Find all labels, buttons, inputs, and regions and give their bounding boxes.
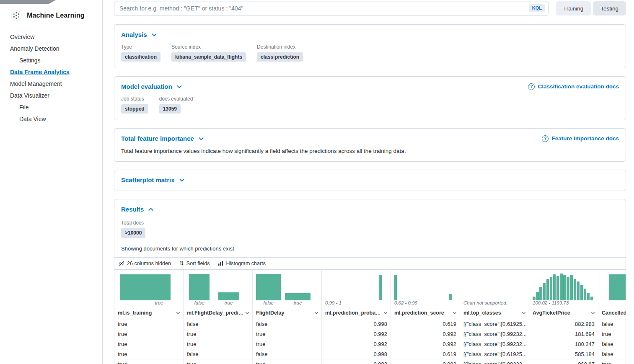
histogram-bar <box>120 274 171 300</box>
histogram-bar <box>553 274 556 300</box>
chevron-down-icon <box>179 177 185 183</box>
sort-fields-button[interactable]: ⇅ Sort fields <box>179 261 210 266</box>
histogram-bar <box>560 274 562 300</box>
panel-title: Total feature importance <box>121 134 194 143</box>
column-menu-ml-prediction-score[interactable]: ml.prediction_score <box>391 307 460 319</box>
cell-flightdelay: true <box>253 329 322 339</box>
model-evaluation-accordion-toggle[interactable]: Model evaluation <box>121 82 183 91</box>
sort-icon: ⇅ <box>179 261 184 266</box>
field-label: Type <box>121 44 160 50</box>
histogram-bar <box>550 277 552 300</box>
histogram-bar <box>189 274 210 300</box>
histogram-labels: true <box>114 300 183 307</box>
search-input[interactable] <box>114 1 549 16</box>
histogram-charts-button[interactable]: Histogram charts <box>218 261 265 266</box>
column-histogram <box>253 273 321 300</box>
column-menu-ml-prediction-probability[interactable]: ml.prediction_probability <box>322 307 391 319</box>
testing-button[interactable]: Testing <box>593 1 626 15</box>
histogram-labels: 0.62 - 0.99 <box>391 300 460 307</box>
cell-ml-flightdelay-prediction: true <box>184 339 253 349</box>
column-header-ml-is-training: trueml.is_training <box>114 270 184 319</box>
results-subtitle: Showing documents for which predictions … <box>121 245 619 252</box>
columns-hidden-button[interactable]: 26 columns hidden <box>119 261 171 266</box>
chevron-down-icon <box>521 310 526 315</box>
window-chrome <box>0 0 56 4</box>
kibana-ml-window: Machine Learning OverviewAnomaly Detecti… <box>0 0 634 364</box>
column-histogram <box>460 273 529 300</box>
histogram-bar <box>543 283 546 300</box>
scatterplot-matrix-accordion-toggle[interactable]: Scatterplot matrix <box>121 176 185 184</box>
histogram-caption: Chart not supported. <box>463 300 527 305</box>
scatterplot-matrix-panel: Scatterplot matrix <box>114 170 626 191</box>
column-menu-ml-is-training[interactable]: ml.is_training <box>114 307 183 319</box>
histogram-bar <box>536 292 538 300</box>
panel-title: Results <box>121 205 144 214</box>
sidebar-item-data-visualizer[interactable]: Data Visualizer <box>10 90 102 101</box>
table-row: truetruetrue0.9920.992[{"class_score":[0… <box>114 339 626 349</box>
field-type: Typeclassification <box>121 44 160 62</box>
cell-avgticketprice: 180.247 <box>529 339 598 349</box>
total-docs-badge: >10000 <box>121 228 145 238</box>
kql-badge[interactable]: KQL <box>529 4 545 12</box>
sidebar-item-file[interactable]: File <box>14 101 102 113</box>
field-label: Destination index <box>257 44 303 50</box>
histogram-bar <box>609 274 626 300</box>
histogram-labels: false <box>598 300 626 307</box>
app-title: Machine Learning <box>27 12 85 19</box>
results-data-grid: trueml.is_trainingfalsetrueml.FlightDela… <box>114 270 626 364</box>
field-value-badge: kibana_sample_data_flights <box>171 52 246 62</box>
sidebar-item-data-frame-analytics[interactable]: Data Frame Analytics <box>10 66 102 78</box>
classification-evaluation-docs-link[interactable]: ? Classification evaluation docs <box>528 83 619 90</box>
chevron-down-icon <box>383 310 388 315</box>
column-histogram <box>184 273 252 300</box>
total-feature-importance-accordion-toggle[interactable]: Total feature importance <box>121 134 204 143</box>
sidebar-item-data-view[interactable]: Data View <box>14 113 102 125</box>
cell-ml-prediction-probability: 0.992 <box>322 329 391 339</box>
sidebar-item-anomaly-detection[interactable]: Anomaly Detection <box>10 43 102 54</box>
histogram-bar-label: true <box>155 300 163 305</box>
cell-ml-top-classes: [{"class_score":[0.61925... <box>460 319 529 329</box>
field-label: Job status <box>121 96 148 102</box>
histogram-caption: 100.02 - 1199.73 <box>533 300 596 305</box>
cell-flightdelay: true <box>253 339 322 349</box>
column-menu-cancelled[interactable]: Cancelled <box>598 307 626 319</box>
histogram-bar <box>556 276 559 300</box>
grid-toolbar: 26 columns hidden ⇅ Sort fields Histogra… <box>114 257 626 270</box>
feature-importance-docs-link[interactable]: ? Feature importance docs <box>542 135 619 142</box>
cell-cancelled: true <box>598 359 626 364</box>
column-name: ml.FlightDelay_prediction <box>187 310 245 316</box>
histogram-bar <box>590 297 593 300</box>
cell-flightdelay: true <box>253 359 322 364</box>
histogram-bar <box>539 287 542 300</box>
topbar: KQL Training Testing <box>114 1 626 16</box>
sidebar-item-overview[interactable]: Overview <box>10 31 102 43</box>
results-accordion-toggle[interactable]: Results <box>121 205 154 214</box>
cell-ml-flightdelay-prediction: false <box>184 349 253 359</box>
sidebar-item-settings[interactable]: Settings <box>14 54 102 66</box>
cell-ml-prediction-score: 0.992 <box>391 329 460 339</box>
column-header-flightdelay: falsetrueFlightDelay <box>253 270 322 319</box>
cell-ml-flightdelay-prediction: true <box>184 359 253 364</box>
column-menu-avgticketprice[interactable]: AvgTicketPrice <box>529 307 598 319</box>
results-panel: Results Total docs >10000 Showing docume… <box>114 199 626 364</box>
total-docs-label: Total docs <box>121 220 619 226</box>
column-menu-flightdelay[interactable]: FlightDelay <box>253 307 321 319</box>
eye-closed-icon <box>119 261 124 266</box>
histogram-bar <box>218 292 239 300</box>
sidebar-item-model-management[interactable]: Model Management <box>10 78 102 90</box>
column-menu-ml-flightdelay-prediction[interactable]: ml.FlightDelay_prediction <box>184 307 252 319</box>
field-job-status: Job statusstopped <box>121 96 148 114</box>
cell-avgticketprice: 882.983 <box>529 319 598 329</box>
analysis-accordion-toggle[interactable]: Analysis <box>121 30 158 39</box>
histogram-bar <box>584 289 586 300</box>
column-histogram <box>322 273 391 300</box>
histogram-bar <box>533 297 535 300</box>
cell-flightdelay: false <box>253 349 322 359</box>
training-button[interactable]: Training <box>556 1 591 15</box>
histogram-charts-label: Histogram charts <box>226 261 265 266</box>
column-histogram <box>391 273 460 300</box>
column-menu-ml-top-classes[interactable]: ml.top_classes <box>460 307 529 319</box>
histogram-bar <box>379 275 382 300</box>
cell-avgticketprice: 960.87 <box>529 359 598 364</box>
cell-ml-top-classes: [{"class_score":[0.99232... <box>460 359 529 364</box>
